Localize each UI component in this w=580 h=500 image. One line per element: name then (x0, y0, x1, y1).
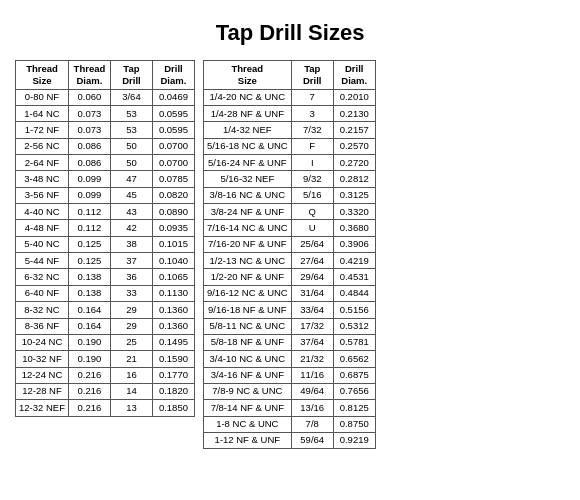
table-cell: 0.0935 (152, 220, 194, 236)
table-cell: 0.0890 (152, 204, 194, 220)
table-cell: 0.2812 (333, 171, 375, 187)
table-cell: 13/16 (291, 400, 333, 416)
table-cell: 31/64 (291, 285, 333, 301)
table-cell: 0.6562 (333, 351, 375, 367)
table-cell: 0.2157 (333, 122, 375, 138)
table-cell: 6-32 NC (16, 269, 69, 285)
table-cell: 0.216 (68, 400, 110, 416)
column-header: DrillDiam. (152, 61, 194, 90)
table-row: 4-48 NF0.112420.0935 (16, 220, 195, 236)
table-cell: 3 (291, 106, 333, 122)
column-header: ThreadSize (16, 61, 69, 90)
table-row: 3/8-16 NC & UNC5/160.3125 (203, 187, 375, 203)
table-cell: 1/4-32 NEF (203, 122, 291, 138)
table-row: 1-8 NC & UNC7/80.8750 (203, 416, 375, 432)
table-cell: 43 (110, 204, 152, 220)
table-cell: 0.099 (68, 187, 110, 203)
table-cell: 3-48 NC (16, 171, 69, 187)
table-cell: 12-28 NF (16, 383, 69, 399)
right-table: ThreadSizeTapDrillDrillDiam. 1/4-20 NC &… (203, 60, 376, 449)
table-cell: 0.190 (68, 351, 110, 367)
table-cell: 0.9219 (333, 432, 375, 448)
table-row: 2-56 NC0.086500.0700 (16, 138, 195, 154)
table-cell: 0.1590 (152, 351, 194, 367)
table-cell: 8-32 NC (16, 302, 69, 318)
table-row: 1-72 NF0.073530.0595 (16, 122, 195, 138)
table-cell: 11/16 (291, 367, 333, 383)
table-cell: F (291, 138, 333, 154)
table-row: 12-28 NF0.216140.1820 (16, 383, 195, 399)
table-cell: 7/16-14 NC & UNC (203, 220, 291, 236)
table-cell: 0.1015 (152, 236, 194, 252)
table-cell: 29 (110, 302, 152, 318)
table-cell: 0.138 (68, 269, 110, 285)
table-cell: 8-36 NF (16, 318, 69, 334)
table-cell: 50 (110, 138, 152, 154)
table-row: 1/4-28 NF & UNF30.2130 (203, 106, 375, 122)
table-cell: 7/32 (291, 122, 333, 138)
table-cell: 13 (110, 400, 152, 416)
table-cell: 1/4-28 NF & UNF (203, 106, 291, 122)
table-row: 7/16-14 NC & UNCU0.3680 (203, 220, 375, 236)
table-cell: 1/2-20 NF & UNF (203, 269, 291, 285)
table-row: 1/4-20 NC & UNC70.2010 (203, 89, 375, 105)
table-cell: 5/8-11 NC & UNC (203, 318, 291, 334)
table-cell: 0.6875 (333, 367, 375, 383)
table-cell: 27/64 (291, 253, 333, 269)
table-cell: 0.8750 (333, 416, 375, 432)
column-header: TapDrill (291, 61, 333, 90)
table-row: 5-44 NF0.125370.1040 (16, 253, 195, 269)
table-row: 9/16-18 NF & UNF33/640.5156 (203, 302, 375, 318)
table-cell: 0.1040 (152, 253, 194, 269)
table-cell: 0.1495 (152, 334, 194, 350)
table-row: 9/16-12 NC & UNC31/640.4844 (203, 285, 375, 301)
table-cell: 6-40 NF (16, 285, 69, 301)
table-cell: 38 (110, 236, 152, 252)
table-row: 3-48 NC0.099470.0785 (16, 171, 195, 187)
table-cell: 4-40 NC (16, 204, 69, 220)
table-cell: 2-56 NC (16, 138, 69, 154)
table-row: 5/8-18 NF & UNF37/640.5781 (203, 334, 375, 350)
table-cell: 2-64 NF (16, 155, 69, 171)
table-cell: 0.7656 (333, 383, 375, 399)
page-title: Tap Drill Sizes (15, 20, 565, 46)
table-cell: 29/64 (291, 269, 333, 285)
table-cell: 0.3320 (333, 204, 375, 220)
table-cell: 0.112 (68, 204, 110, 220)
table-cell: 0.0820 (152, 187, 194, 203)
table-cell: 1-8 NC & UNC (203, 416, 291, 432)
table-cell: 0.125 (68, 236, 110, 252)
table-cell: 45 (110, 187, 152, 203)
table-cell: 7 (291, 89, 333, 105)
table-cell: 0.1360 (152, 302, 194, 318)
table-cell: 0.0700 (152, 155, 194, 171)
table-cell: 29 (110, 318, 152, 334)
table-cell: 0.0595 (152, 106, 194, 122)
table-cell: 50 (110, 155, 152, 171)
table-cell: 9/32 (291, 171, 333, 187)
table-cell: 0.4219 (333, 253, 375, 269)
table-row: 5/16-18 NC & UNCF0.2570 (203, 138, 375, 154)
table-cell: 0.2570 (333, 138, 375, 154)
table-cell: 25/64 (291, 236, 333, 252)
table-row: 1-12 NF & UNF59/640.9219 (203, 432, 375, 448)
table-cell: 3/8-24 NF & UNF (203, 204, 291, 220)
table-cell: 0.073 (68, 106, 110, 122)
table-cell: 5/8-18 NF & UNF (203, 334, 291, 350)
table-cell: 0-80 NF (16, 89, 69, 105)
table-cell: 0.1820 (152, 383, 194, 399)
table-cell: 0.5781 (333, 334, 375, 350)
table-cell: 0.073 (68, 122, 110, 138)
table-cell: U (291, 220, 333, 236)
table-cell: 0.2010 (333, 89, 375, 105)
table-cell: 0.216 (68, 367, 110, 383)
table-row: 4-40 NC0.112430.0890 (16, 204, 195, 220)
table-cell: 37/64 (291, 334, 333, 350)
table-row: 3-56 NF0.099450.0820 (16, 187, 195, 203)
table-cell: 5/16-32 NEF (203, 171, 291, 187)
table-cell: 0.138 (68, 285, 110, 301)
table-row: 5/8-11 NC & UNC17/320.5312 (203, 318, 375, 334)
table-row: 3/4-10 NC & UNC21/320.6562 (203, 351, 375, 367)
table-cell: 0.5156 (333, 302, 375, 318)
table-row: 1/4-32 NEF7/320.2157 (203, 122, 375, 138)
